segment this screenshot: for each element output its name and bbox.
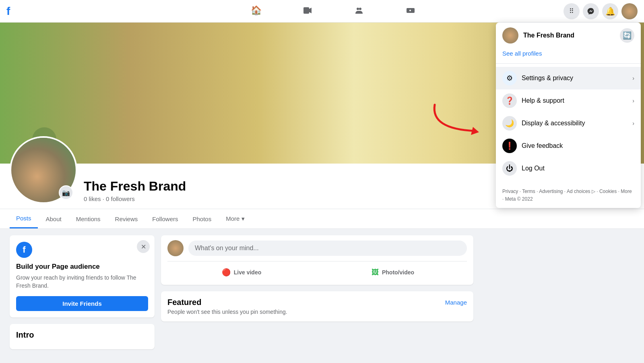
- facebook-icon: f: [16, 242, 32, 258]
- dropdown-items: ⚙ Settings & privacy › ❓ Help & support …: [496, 64, 641, 183]
- svg-point-8: [413, 10, 413, 11]
- close-build-card-button[interactable]: ✕: [137, 240, 150, 253]
- svg-point-2: [357, 8, 359, 10]
- tab-photos[interactable]: Photos: [186, 209, 218, 228]
- footer-privacy[interactable]: Privacy: [502, 189, 518, 194]
- svg-rect-0: [303, 7, 309, 14]
- intro-title: Intro: [16, 330, 148, 340]
- settings-chevron-icon: ›: [632, 75, 634, 81]
- build-audience-card: ✕ f Build your Page audience Grow your r…: [10, 235, 155, 317]
- tab-more[interactable]: More ▾: [219, 209, 251, 228]
- left-column: ✕ f Build your Page audience Grow your r…: [10, 235, 155, 356]
- dropdown-item-feedback[interactable]: ❗ Give feedback: [496, 135, 641, 157]
- tab-mentions[interactable]: Mentions: [70, 209, 107, 228]
- dropdown-profile-info: The Fresh Brand: [502, 27, 574, 44]
- footer-meta: Meta © 2022: [505, 196, 533, 202]
- live-icon: 🔴: [222, 268, 231, 277]
- see-all-profiles-button[interactable]: See all profiles: [502, 48, 542, 60]
- tab-reviews[interactable]: Reviews: [109, 209, 144, 228]
- dropdown-footer: Privacy · Terms · Advertising · Ad choic…: [496, 183, 641, 208]
- post-actions: 🔴 Live video 🖼 Photo/video: [167, 265, 467, 280]
- display-label: Display & accessibility: [522, 120, 627, 127]
- logout-label: Log Out: [522, 165, 634, 172]
- footer-advertising[interactable]: Advertising: [539, 189, 563, 194]
- right-column: What's on your mind... 🔴 Live video 🖼 Ph…: [161, 235, 473, 356]
- apps-button[interactable]: ⠿: [564, 3, 580, 19]
- profile-stats: 0 likes · 0 followers: [84, 195, 505, 202]
- footer-cookies[interactable]: Cookies: [599, 189, 617, 194]
- nav-gaming-tab[interactable]: [386, 1, 435, 22]
- dropdown-item-help[interactable]: ❓ Help & support ›: [496, 89, 641, 112]
- nav-right-actions: ⠿ 🔔 P: [564, 3, 638, 19]
- tab-followers[interactable]: Followers: [146, 209, 184, 228]
- profile-avatar-wrapper: 📷: [10, 136, 77, 204]
- settings-icon: ⚙: [502, 71, 517, 85]
- help-icon: ❓: [502, 93, 517, 108]
- dropdown-profile-row: The Fresh Brand 🔄: [502, 27, 634, 44]
- photo-label: Photo/video: [382, 269, 414, 276]
- dropdown-profile-section: The Fresh Brand 🔄 See all profiles: [496, 23, 641, 64]
- dropdown-item-display[interactable]: 🌙 Display & accessibility ›: [496, 112, 641, 135]
- manage-featured-button[interactable]: Manage: [445, 299, 467, 306]
- dropdown-menu: The Fresh Brand 🔄 See all profiles ⚙ Set…: [496, 23, 641, 208]
- profile-avatar-button[interactable]: P: [621, 3, 638, 19]
- svg-marker-1: [309, 8, 312, 13]
- featured-header: Featured Manage: [167, 298, 467, 307]
- dropdown-avatar: [502, 27, 518, 44]
- live-video-button[interactable]: 🔴 Live video: [167, 265, 316, 280]
- messenger-button[interactable]: [583, 3, 599, 19]
- featured-description: People won't see this unless you pin som…: [167, 309, 467, 315]
- build-card-description: Grow your reach by inviting friends to f…: [16, 274, 148, 290]
- tab-posts[interactable]: Posts: [10, 209, 38, 228]
- svg-point-7: [412, 9, 413, 10]
- dropdown-item-settings[interactable]: ⚙ Settings & privacy ›: [496, 67, 641, 89]
- post-input-row: What's on your mind...: [167, 240, 467, 256]
- invite-friends-button[interactable]: Invite Friends: [16, 296, 148, 311]
- live-label: Live video: [234, 269, 261, 276]
- footer-adchoices[interactable]: Ad choices ▷: [567, 189, 595, 194]
- dropdown-refresh-button[interactable]: 🔄: [620, 28, 634, 43]
- display-chevron-icon: ›: [632, 120, 634, 127]
- footer-terms[interactable]: Terms: [522, 189, 535, 194]
- nav-center-tabs: 🏠: [232, 1, 435, 22]
- nav-logo: f: [6, 5, 103, 18]
- display-icon: 🌙: [502, 116, 517, 131]
- page-title: The Fresh Brand: [84, 179, 505, 194]
- top-navigation: f 🏠 ⠿ 🔔 P: [0, 0, 644, 23]
- nav-video-tab[interactable]: [283, 1, 332, 22]
- nav-groups-tab[interactable]: [335, 1, 383, 22]
- dropdown-item-logout[interactable]: ⏻ Log Out: [496, 157, 641, 180]
- logout-icon: ⏻: [502, 161, 517, 176]
- footer-more[interactable]: More: [621, 189, 632, 194]
- featured-card: Featured Manage People won't see this un…: [161, 291, 473, 322]
- build-card-title: Build your Page audience: [16, 263, 148, 271]
- featured-title: Featured: [167, 298, 201, 307]
- photo-video-button[interactable]: 🖼 Photo/video: [319, 265, 467, 280]
- tab-about[interactable]: About: [39, 209, 68, 228]
- help-label: Help & support: [522, 97, 627, 104]
- change-avatar-button[interactable]: 📷: [59, 185, 73, 200]
- feedback-label: Give feedback: [522, 142, 634, 149]
- help-chevron-icon: ›: [632, 97, 634, 104]
- profile-info: The Fresh Brand 0 likes · 0 followers: [84, 179, 505, 209]
- post-input[interactable]: What's on your mind...: [188, 241, 467, 256]
- photo-icon: 🖼: [372, 268, 379, 277]
- post-box: What's on your mind... 🔴 Live video 🖼 Ph…: [161, 235, 473, 285]
- svg-point-3: [359, 8, 361, 10]
- intro-card: Intro: [10, 324, 155, 349]
- dropdown-profile-name: The Fresh Brand: [523, 32, 574, 39]
- feedback-icon: ❗: [502, 139, 517, 153]
- nav-home-tab[interactable]: 🏠: [232, 1, 280, 22]
- post-divider: [167, 261, 467, 261]
- notifications-button[interactable]: 🔔: [602, 3, 618, 19]
- post-avatar: [167, 240, 184, 256]
- main-content: ✕ f Build your Page audience Grow your r…: [0, 229, 483, 362]
- settings-label: Settings & privacy: [522, 75, 627, 82]
- page-tabs: Posts About Mentions Reviews Followers P…: [0, 209, 644, 229]
